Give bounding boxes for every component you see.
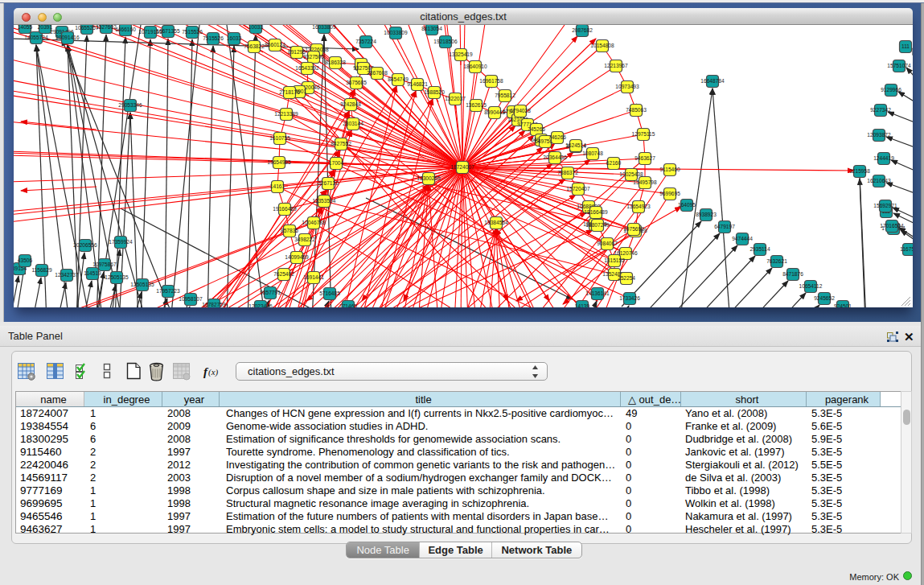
svg-text:10025438: 10025438 <box>619 171 643 177</box>
svg-text:8471876: 8471876 <box>782 271 803 277</box>
svg-text:17004: 17004 <box>329 160 344 166</box>
svg-text:2087682: 2087682 <box>572 27 593 33</box>
svg-text:11353594: 11353594 <box>313 198 336 204</box>
svg-text:19166489: 19166489 <box>584 209 608 215</box>
svg-text:9242848: 9242848 <box>340 101 361 107</box>
svg-text:15692971: 15692971 <box>873 203 897 208</box>
svg-text:15720407: 15720407 <box>566 186 590 192</box>
svg-text:5716485: 5716485 <box>319 290 340 296</box>
svg-text:(x): (x) <box>208 367 219 377</box>
svg-text:7563822: 7563822 <box>244 43 265 49</box>
svg-text:9227342: 9227342 <box>870 107 891 113</box>
svg-text:14136141: 14136141 <box>585 290 610 296</box>
svg-text:17359924: 17359924 <box>109 239 133 245</box>
svg-text:2867608: 2867608 <box>367 70 388 76</box>
svg-text:7625402: 7625402 <box>273 271 294 277</box>
svg-text:1975692: 1975692 <box>623 226 644 232</box>
svg-text:10033809: 10033809 <box>384 30 408 35</box>
svg-text:7515526: 7515526 <box>182 29 203 35</box>
svg-text:10973493: 10973493 <box>615 84 639 89</box>
svg-text:16648784: 16648784 <box>700 78 725 84</box>
svg-text:111: 111 <box>901 43 910 49</box>
svg-text:9146821: 9146821 <box>407 81 428 87</box>
svg-text:14161: 14161 <box>270 183 285 189</box>
svg-text:14055724: 14055724 <box>24 35 48 40</box>
svg-text:16782759: 16782759 <box>202 302 226 307</box>
svg-text:8427552: 8427552 <box>331 141 351 146</box>
svg-text:2935114: 2935114 <box>749 246 770 252</box>
svg-text:3215958: 3215958 <box>849 168 870 174</box>
svg-text:19654985: 19654985 <box>267 159 291 165</box>
svg-text:14139: 14139 <box>575 303 590 307</box>
svg-text:17957223: 17957223 <box>156 288 180 294</box>
svg-text:8186328: 8186328 <box>325 60 346 65</box>
svg-text:1527602: 1527602 <box>96 25 117 30</box>
svg-text:9857791: 9857791 <box>260 290 281 295</box>
svg-text:14099489: 14099489 <box>285 254 309 260</box>
svg-text:1624514: 1624514 <box>565 142 586 148</box>
svg-text:252254: 252254 <box>618 275 635 281</box>
svg-text:15495798: 15495798 <box>633 179 657 185</box>
svg-text:7357224: 7357224 <box>355 39 376 44</box>
svg-text:8454749: 8454749 <box>388 76 409 82</box>
svg-text:1156829: 1156829 <box>31 267 52 273</box>
svg-text:8660124: 8660124 <box>265 42 285 47</box>
svg-text:9474444: 9474444 <box>732 236 753 241</box>
svg-text:19218506: 19218506 <box>433 39 458 44</box>
svg-text:1691441: 1691441 <box>303 274 324 280</box>
svg-text:1610755: 1610755 <box>269 135 290 141</box>
svg-text:1733426: 1733426 <box>619 295 640 301</box>
svg-text:6479197: 6479197 <box>714 224 735 229</box>
svg-text:1815152: 1815152 <box>604 257 625 263</box>
svg-text:9463627: 9463627 <box>634 155 655 161</box>
svg-text:924501: 924501 <box>834 303 852 307</box>
svg-text:10654112: 10654112 <box>799 283 823 289</box>
svg-text:10033: 10033 <box>248 25 264 30</box>
svg-text:12213389: 12213389 <box>274 111 298 117</box>
svg-text:15751074: 15751074 <box>887 63 911 68</box>
svg-text:19166489: 19166489 <box>273 206 297 212</box>
svg-text:10975867: 10975867 <box>92 262 117 267</box>
svg-text:12342737: 12342737 <box>55 272 79 278</box>
svg-text:7886372: 7886372 <box>557 170 578 175</box>
svg-text:43506: 43506 <box>18 257 33 263</box>
svg-text:9115460: 9115460 <box>659 167 680 172</box>
svg-text:12505135: 12505135 <box>105 274 129 280</box>
svg-text:164095: 164095 <box>678 202 696 208</box>
svg-text:10958107: 10958107 <box>179 296 203 302</box>
svg-text:9699695: 9699695 <box>659 191 680 196</box>
svg-text:12023446: 12023446 <box>248 303 273 307</box>
svg-text:7955812: 7955812 <box>495 93 515 98</box>
svg-text:1322037: 1322037 <box>445 96 466 101</box>
svg-text:12505135: 12505135 <box>130 282 154 287</box>
svg-text:13654923: 13654923 <box>626 204 651 209</box>
svg-text:20091416: 20091416 <box>55 35 80 40</box>
svg-text:10046788: 10046788 <box>302 220 326 225</box>
svg-text:16033809: 16033809 <box>312 25 336 30</box>
svg-text:114519: 114519 <box>84 270 101 276</box>
svg-text:9084067: 9084067 <box>597 241 618 246</box>
svg-text:12975115: 12975115 <box>632 131 655 137</box>
svg-text:745266: 745266 <box>528 126 545 132</box>
svg-text:16210643: 16210643 <box>867 178 891 183</box>
svg-text:9129966: 9129966 <box>881 87 901 93</box>
svg-text:18300295: 18300295 <box>417 175 441 181</box>
svg-text:1588520: 1588520 <box>424 89 445 95</box>
svg-text:16543392: 16543392 <box>295 65 319 71</box>
svg-text:8813054: 8813054 <box>421 26 442 31</box>
svg-text:62160: 62160 <box>606 160 622 166</box>
svg-text:3267130: 3267130 <box>318 180 339 186</box>
svg-text:1080748: 1080748 <box>582 150 603 156</box>
svg-text:20206556: 20206556 <box>73 242 97 248</box>
svg-text:14055: 14055 <box>18 25 33 30</box>
svg-text:9327500: 9327500 <box>303 54 324 60</box>
svg-text:16961758: 16961758 <box>479 78 503 84</box>
svg-text:18807249: 18807249 <box>585 222 610 228</box>
svg-text:7515526: 7515526 <box>203 35 224 41</box>
svg-text:29053346: 29053346 <box>118 102 142 108</box>
svg-text:9245652: 9245652 <box>814 295 835 301</box>
svg-text:6466160: 6466160 <box>115 27 136 32</box>
svg-text:857835: 857835 <box>281 228 298 233</box>
svg-text:8938923: 8938923 <box>696 212 717 217</box>
svg-text:19384554: 19384554 <box>484 220 508 225</box>
